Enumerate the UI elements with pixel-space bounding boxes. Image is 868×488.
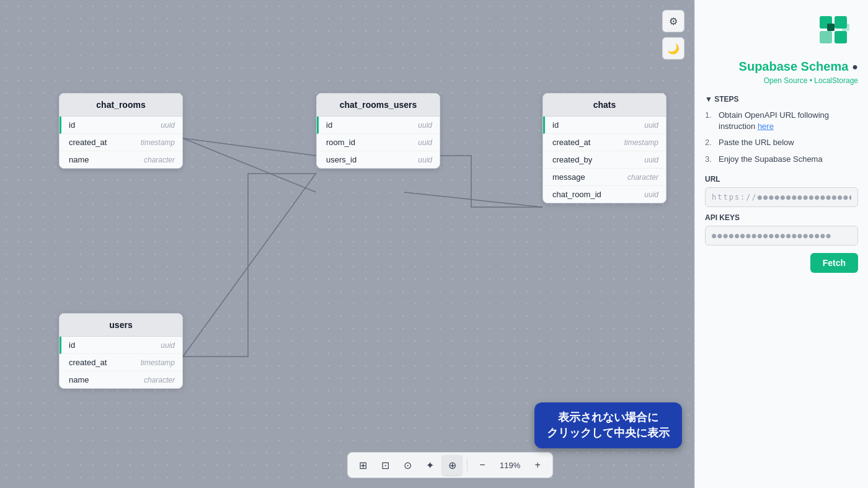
tooltip-banner[interactable]: 表示されない場合に クリックして中央に表示 — [534, 402, 682, 448]
field-name: message — [552, 172, 627, 182]
svg-rect-7 — [835, 31, 847, 43]
field-name: id — [326, 120, 418, 130]
field-type: uuid — [644, 156, 658, 164]
field-type: uuid — [418, 156, 432, 164]
field-name: id — [69, 340, 161, 350]
field-type: timestamp — [624, 138, 658, 147]
svg-line-2 — [183, 138, 316, 192]
field-type: timestamp — [141, 358, 175, 367]
dark-mode-button[interactable]: 🌙 — [662, 37, 684, 60]
tooltip-line2: クリックして中央に表示 — [547, 425, 670, 441]
zoom-display: 119% — [495, 461, 525, 470]
bottom-toolbar: ⊞ ⊡ ⊙ ✦ ⊕ − 119% + — [347, 452, 553, 478]
field-name: created_by — [552, 155, 644, 164]
table-chats[interactable]: chats id uuid created_at timestamp creat… — [542, 93, 666, 203]
table-row: created_at timestamp — [543, 134, 666, 151]
table-chats-header: chats — [543, 94, 666, 117]
table-users-header: users — [60, 314, 182, 337]
svg-line-1 — [183, 173, 316, 357]
field-type: uuid — [418, 121, 432, 130]
settings-button[interactable]: ⚙ — [662, 10, 684, 32]
camera-button[interactable]: ⊙ — [397, 455, 417, 475]
diagram-view-button[interactable]: ⊡ — [375, 455, 395, 475]
table-row: name character — [60, 371, 182, 388]
toolbar-divider — [467, 459, 467, 471]
field-name: name — [69, 155, 144, 164]
api-keys-input[interactable] — [705, 226, 858, 246]
field-type: uuid — [644, 190, 658, 199]
step-item: 3. Enjoy the Supabase Schema — [705, 154, 858, 165]
field-name: users_id — [326, 155, 418, 164]
field-type: uuid — [418, 138, 432, 147]
github-icon[interactable]: ● — [852, 61, 858, 73]
svg-line-3 — [404, 192, 542, 207]
field-name: id — [552, 120, 644, 130]
table-row: users_id uuid — [317, 151, 440, 168]
table-row: created_at timestamp — [60, 134, 182, 151]
field-type: uuid — [161, 121, 175, 130]
sidebar: Supabase Schema ● Open Source • LocalSto… — [694, 0, 868, 488]
table-row: room_id uuid — [317, 134, 440, 151]
field-name: created_at — [69, 358, 141, 367]
grid-view-button[interactable]: ⊞ — [353, 455, 373, 475]
table-row: created_by uuid — [543, 151, 666, 169]
steps-header: ▼ STEPS — [705, 95, 858, 104]
zoom-plus-button[interactable]: + — [528, 455, 547, 475]
table-row: chat_room_id uuid — [543, 186, 666, 203]
sidebar-title: Supabase Schema ● — [705, 60, 858, 74]
here-link[interactable]: here — [758, 122, 774, 131]
svg-rect-6 — [820, 31, 832, 43]
table-chat-rooms-users[interactable]: chat_rooms_users id uuid room_id uuid us… — [316, 93, 440, 169]
sidebar-title-text: Supabase Schema — [739, 60, 849, 74]
field-name: room_id — [326, 138, 418, 147]
table-row: id uuid — [60, 337, 182, 354]
field-name: id — [69, 120, 161, 130]
steps-list: 1. Obtain OpenAPI URL following instruct… — [705, 110, 858, 165]
api-keys-label: API KEYS — [705, 213, 858, 222]
field-type: timestamp — [141, 138, 175, 147]
tooltip-line1: 表示されない場合に — [547, 410, 670, 425]
svg-rect-9 — [842, 24, 849, 31]
canvas-controls: ⚙ 🌙 — [662, 10, 684, 60]
logo-container — [705, 10, 858, 55]
table-chat-rooms-users-header: chat_rooms_users — [317, 94, 440, 117]
zoom-minus-button[interactable]: − — [472, 455, 492, 475]
table-row: name character — [60, 151, 182, 168]
table-users[interactable]: users id uuid created_at timestamp name … — [59, 313, 183, 389]
field-type: uuid — [161, 341, 175, 350]
svg-line-0 — [183, 138, 316, 156]
table-chat-rooms[interactable]: chat_rooms id uuid created_at timestamp … — [59, 93, 183, 169]
step-item: 1. Obtain OpenAPI URL following instruct… — [705, 110, 858, 132]
table-row: id uuid — [60, 117, 182, 134]
field-type: character — [144, 376, 175, 384]
table-row: id uuid — [317, 117, 440, 134]
step-item: 2. Paste the URL below — [705, 137, 858, 148]
table-row: message character — [543, 169, 666, 186]
table-row: id uuid — [543, 117, 666, 134]
field-name: name — [69, 375, 144, 384]
field-type: character — [144, 156, 175, 164]
field-name: chat_room_id — [552, 190, 644, 199]
svg-rect-8 — [827, 24, 835, 31]
table-chat-rooms-header: chat_rooms — [60, 94, 182, 117]
url-input[interactable] — [705, 187, 858, 207]
field-name: created_at — [69, 138, 141, 147]
field-type: uuid — [644, 121, 658, 130]
supabase-logo — [813, 10, 858, 55]
field-name: created_at — [552, 138, 624, 147]
field-type: character — [627, 173, 658, 182]
url-label: URL — [705, 175, 858, 184]
sidebar-subtitle: Open Source • LocalStorage — [705, 76, 858, 85]
center-button[interactable]: ⊕ — [442, 455, 462, 475]
fetch-button[interactable]: Fetch — [810, 253, 858, 273]
table-row: created_at timestamp — [60, 354, 182, 371]
cursor-button[interactable]: ✦ — [420, 455, 440, 475]
